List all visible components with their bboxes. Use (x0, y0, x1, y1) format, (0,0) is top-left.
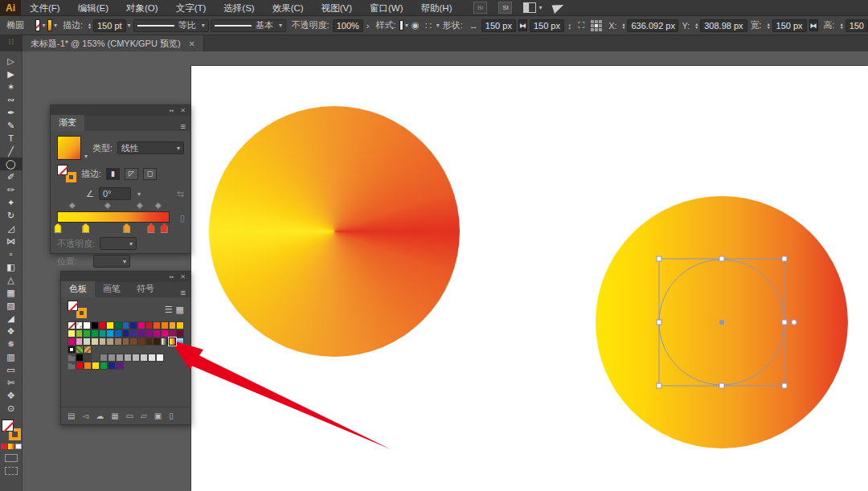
swatch[interactable] (99, 329, 107, 338)
stroke-swatch[interactable] (47, 19, 52, 31)
stroke-across-icon[interactable]: ◻ (143, 168, 157, 180)
gradient-fill-proxy[interactable] (57, 165, 68, 175)
swatch[interactable] (169, 321, 177, 329)
swatch[interactable] (68, 338, 76, 346)
gradient-midpoint[interactable] (155, 203, 162, 209)
pen-tool[interactable]: ✒ (0, 106, 23, 119)
swatch[interactable] (83, 329, 91, 338)
menu-item-H[interactable]: 帮助(H) (412, 0, 461, 16)
gradient-midpoint[interactable] (104, 203, 110, 209)
swatch[interactable] (137, 329, 145, 338)
free-transform-tool[interactable]: ▫ (0, 248, 23, 260)
swatch[interactable] (76, 338, 84, 346)
link-dimensions-icon[interactable]: ⧓ (518, 19, 527, 31)
swatch[interactable] (129, 329, 137, 338)
collapse-panel-icon[interactable]: ▪▪ (170, 273, 174, 280)
gradient-stop[interactable] (161, 223, 168, 233)
swatch[interactable] (114, 338, 122, 346)
swatch[interactable] (129, 338, 137, 346)
swatch[interactable] (76, 329, 84, 338)
cloud-sync-icon[interactable]: ☁ (96, 411, 104, 420)
chevron-down-icon[interactable]: ▾ (436, 22, 440, 29)
new-swatch-icon[interactable]: ▣ (154, 411, 162, 420)
opacity-field[interactable]: 100% (333, 19, 363, 32)
close-panel-icon[interactable]: ✕ (180, 107, 186, 114)
swatch[interactable] (129, 321, 137, 329)
document-tab[interactable]: 未标题-1* @ 153% (CMYK/GPU 预览) ✕ (23, 35, 204, 51)
swatch[interactable] (99, 321, 107, 329)
swatch[interactable] (169, 329, 177, 338)
menu-item-W[interactable]: 窗口(W) (361, 0, 412, 16)
swatch[interactable] (100, 362, 108, 370)
recolor-artwork-icon[interactable]: ◉ (411, 20, 420, 31)
swatch[interactable] (91, 329, 99, 338)
width-stepper[interactable]: ▲▼ (767, 23, 771, 29)
mesh-tool[interactable]: ▦ (0, 286, 23, 299)
hand-tool[interactable]: ✥ (0, 389, 23, 402)
shape-builder-tool[interactable]: ◧ (0, 260, 23, 273)
show-swatch-kinds-icon[interactable]: ▦ (111, 411, 118, 420)
swatch[interactable] (153, 321, 161, 329)
none-mode-icon[interactable] (15, 444, 22, 449)
curvature-tool[interactable]: ✎ (0, 119, 23, 132)
stock-icon[interactable]: St (498, 2, 512, 14)
swatch[interactable] (100, 354, 108, 362)
swatch[interactable] (153, 338, 161, 346)
swatches-fill-stroke-proxy[interactable] (68, 301, 87, 318)
menu-item-O[interactable]: 对象(O) (117, 0, 167, 16)
selection-tool[interactable]: ▷ (0, 55, 23, 68)
fill-proxy-swatch[interactable] (2, 419, 14, 432)
menu-item-E[interactable]: 编辑(E) (69, 0, 117, 16)
column-graph-tool[interactable]: ▥ (0, 350, 23, 363)
gradient-circle-left[interactable] (209, 106, 460, 357)
reverse-gradient-icon[interactable]: ⇆ (177, 189, 184, 199)
toolbar-dock-header[interactable]: ᎒᎒ (0, 35, 23, 51)
fill-stroke-proxy[interactable] (2, 419, 21, 440)
color-group-folder-icon[interactable] (68, 354, 76, 362)
scale-tool[interactable]: ◿ (0, 222, 23, 235)
fill-swatch[interactable] (35, 19, 40, 31)
y-stepper[interactable]: ▲▼ (694, 23, 698, 29)
blend-tool[interactable]: ❖ (0, 325, 23, 338)
height-stepper[interactable]: ▲▼ (840, 23, 844, 29)
shaper-tool[interactable]: ✦ (0, 196, 23, 209)
swatch-gradient-orange-selected[interactable] (169, 338, 177, 346)
collapse-panel-icon[interactable]: ▪▪ (170, 107, 174, 114)
menu-item-V[interactable]: 视图(V) (313, 0, 361, 16)
drawing-mode-icon[interactable] (5, 454, 18, 462)
tab-symbols[interactable]: 符号 (129, 281, 162, 297)
menu-item-T[interactable]: 文字(T) (167, 0, 215, 16)
swatch[interactable] (124, 354, 132, 362)
gradient-circle-right[interactable] (596, 196, 848, 448)
ellipse-tool[interactable]: ◯ (0, 158, 23, 170)
width-field[interactable]: 150 px (772, 19, 807, 32)
stroke-within-icon[interactable]: ▮ (106, 168, 120, 180)
lasso-tool[interactable]: ∾ (0, 93, 23, 106)
swatch[interactable] (76, 354, 84, 362)
swatch[interactable] (153, 329, 161, 338)
swatch[interactable] (106, 329, 114, 338)
gradient-stop[interactable] (55, 223, 62, 233)
menu-item-S[interactable]: 选择(S) (215, 0, 263, 16)
swatch[interactable] (148, 354, 156, 362)
library-panel-icon[interactable]: ◅ (82, 411, 88, 420)
swatch[interactable] (161, 329, 169, 338)
swatch[interactable] (106, 321, 114, 329)
expand-icon[interactable]: ⛶ (578, 20, 584, 31)
swatch-libraries-icon[interactable]: ▤ (68, 411, 75, 420)
gradient-tool[interactable]: ▨ (0, 299, 23, 312)
close-panel-icon[interactable]: ✕ (180, 273, 186, 280)
pencil-tool[interactable]: ✏ (0, 183, 23, 196)
align-icon[interactable]: ⸬ (426, 20, 432, 31)
swatch[interactable] (140, 354, 148, 362)
swatch[interactable] (114, 321, 122, 329)
swatch[interactable] (122, 321, 130, 329)
zoom-tool[interactable]: ⊙ (0, 402, 23, 415)
swatch-pattern-tan[interactable] (84, 346, 92, 354)
swatch-registration[interactable] (76, 321, 84, 329)
x-field[interactable]: 636.092 px (627, 19, 678, 32)
paintbrush-tool[interactable]: ✐ (0, 170, 23, 183)
swatch[interactable] (137, 338, 145, 346)
delete-stop-icon[interactable]: ▯ (180, 213, 185, 223)
swatch-none[interactable] (68, 321, 76, 329)
